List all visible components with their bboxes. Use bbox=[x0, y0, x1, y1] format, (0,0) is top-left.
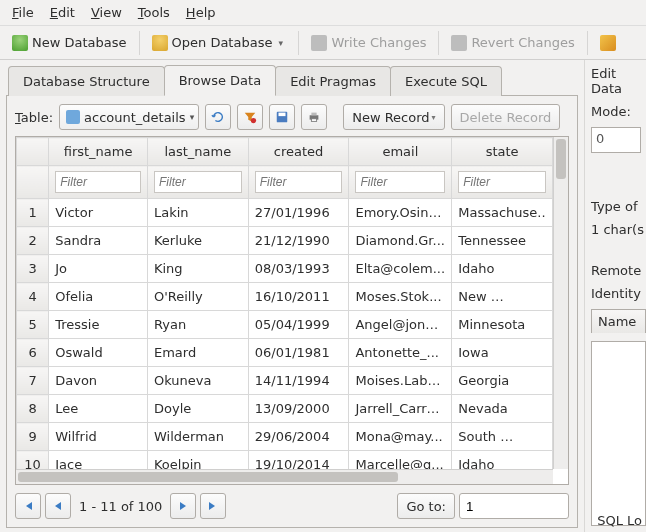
col-first-name[interactable]: first_name bbox=[49, 138, 148, 166]
menu-help[interactable]: Help bbox=[178, 2, 224, 23]
next-page-button[interactable] bbox=[170, 493, 196, 519]
goto-input[interactable] bbox=[459, 493, 569, 519]
col-email[interactable]: email bbox=[349, 138, 452, 166]
cell-first-name[interactable]: Jo bbox=[49, 255, 148, 283]
goto-button[interactable]: Go to: bbox=[397, 493, 455, 519]
vertical-scrollbar[interactable] bbox=[553, 137, 568, 469]
row-header[interactable]: 2 bbox=[17, 227, 49, 255]
tab-structure[interactable]: Database Structure bbox=[8, 66, 165, 96]
cell-created[interactable]: 13/09/2000 bbox=[248, 395, 349, 423]
table-selector[interactable]: account_details ▾ bbox=[59, 104, 199, 130]
cell-first-name[interactable]: Victor bbox=[49, 199, 148, 227]
cell-last-name[interactable]: O'Reilly bbox=[147, 283, 248, 311]
cell-created[interactable]: 19/10/2014 bbox=[248, 451, 349, 470]
menu-view[interactable]: View bbox=[83, 2, 130, 23]
menu-tools[interactable]: Tools bbox=[130, 2, 178, 23]
filter-created[interactable] bbox=[255, 171, 343, 193]
cell-created[interactable]: 21/12/1990 bbox=[248, 227, 349, 255]
last-page-button[interactable] bbox=[200, 493, 226, 519]
menu-edit[interactable]: Edit bbox=[42, 2, 83, 23]
cell-last-name[interactable]: King bbox=[147, 255, 248, 283]
cell-email[interactable]: Diamond.Gr... bbox=[349, 227, 452, 255]
filter-last-name[interactable] bbox=[154, 171, 242, 193]
cell-state[interactable]: Tennessee bbox=[452, 227, 553, 255]
cell-email[interactable]: Angel@jona... bbox=[349, 311, 452, 339]
cell-state[interactable]: Iowa bbox=[452, 339, 553, 367]
mode-value-box[interactable]: 0 bbox=[591, 127, 641, 153]
row-header[interactable]: 6 bbox=[17, 339, 49, 367]
cell-first-name[interactable]: Tressie bbox=[49, 311, 148, 339]
print-button[interactable] bbox=[301, 104, 327, 130]
tab-sql[interactable]: Execute SQL bbox=[390, 66, 502, 96]
row-header[interactable]: 3 bbox=[17, 255, 49, 283]
cell-first-name[interactable]: Oswald bbox=[49, 339, 148, 367]
row-header[interactable]: 10 bbox=[17, 451, 49, 470]
cell-created[interactable]: 14/11/1994 bbox=[248, 367, 349, 395]
cell-email[interactable]: Moses.Stok... bbox=[349, 283, 452, 311]
menu-file[interactable]: File bbox=[4, 2, 42, 23]
cell-state[interactable]: Georgia bbox=[452, 367, 553, 395]
row-header[interactable]: 4 bbox=[17, 283, 49, 311]
cell-created[interactable]: 29/06/2004 bbox=[248, 423, 349, 451]
table-row[interactable]: 7DavonOkuneva14/11/1994Moises.Laba...Geo… bbox=[17, 367, 553, 395]
table-row[interactable]: 4OfeliaO'Reilly16/10/2011Moses.Stok...Ne… bbox=[17, 283, 553, 311]
row-header[interactable]: 9 bbox=[17, 423, 49, 451]
open-database-button[interactable]: Open Database ▾ bbox=[146, 31, 293, 55]
cell-last-name[interactable]: Ryan bbox=[147, 311, 248, 339]
table-row[interactable]: 9WilfridWilderman29/06/2004Mona@may...So… bbox=[17, 423, 553, 451]
cell-last-name[interactable]: Okuneva bbox=[147, 367, 248, 395]
remote-list[interactable] bbox=[591, 341, 646, 526]
refresh-button[interactable] bbox=[205, 104, 231, 130]
cell-last-name[interactable]: Koelpin bbox=[147, 451, 248, 470]
cell-state[interactable]: Idaho bbox=[452, 255, 553, 283]
save-table-button[interactable] bbox=[269, 104, 295, 130]
tab-browse[interactable]: Browse Data bbox=[164, 65, 277, 96]
row-header[interactable]: 8 bbox=[17, 395, 49, 423]
filter-state[interactable] bbox=[458, 171, 546, 193]
clear-filters-button[interactable] bbox=[237, 104, 263, 130]
cell-email[interactable]: Marcelle@q... bbox=[349, 451, 452, 470]
cell-email[interactable]: Jarrell_Carro... bbox=[349, 395, 452, 423]
cell-state[interactable]: South … bbox=[452, 423, 553, 451]
tab-pragmas[interactable]: Edit Pragmas bbox=[275, 66, 391, 96]
filter-email[interactable] bbox=[355, 171, 445, 193]
col-last-name[interactable]: last_name bbox=[147, 138, 248, 166]
prev-page-button[interactable] bbox=[45, 493, 71, 519]
cell-last-name[interactable]: Kerluke bbox=[147, 227, 248, 255]
row-header[interactable]: 7 bbox=[17, 367, 49, 395]
cell-created[interactable]: 06/01/1981 bbox=[248, 339, 349, 367]
table-row[interactable]: 3JoKing08/03/1993Elta@colem...Idaho bbox=[17, 255, 553, 283]
cell-first-name[interactable]: Sandra bbox=[49, 227, 148, 255]
cell-first-name[interactable]: Davon bbox=[49, 367, 148, 395]
table-row[interactable]: 8LeeDoyle13/09/2000Jarrell_Carro...Nevad… bbox=[17, 395, 553, 423]
cell-created[interactable]: 16/10/2011 bbox=[248, 283, 349, 311]
cell-email[interactable]: Elta@colem... bbox=[349, 255, 452, 283]
cell-last-name[interactable]: Doyle bbox=[147, 395, 248, 423]
cell-state[interactable]: New … bbox=[452, 283, 553, 311]
cell-state[interactable]: Minnesota bbox=[452, 311, 553, 339]
cell-last-name[interactable]: Lakin bbox=[147, 199, 248, 227]
col-created[interactable]: created bbox=[248, 138, 349, 166]
table-row[interactable]: 5TressieRyan05/04/1999Angel@jona...Minne… bbox=[17, 311, 553, 339]
cell-created[interactable]: 05/04/1999 bbox=[248, 311, 349, 339]
table-row[interactable]: 1VictorLakin27/01/1996Emory.Osins...Mass… bbox=[17, 199, 553, 227]
cell-first-name[interactable]: Jace bbox=[49, 451, 148, 470]
cell-state[interactable]: Massachuse.. bbox=[452, 199, 553, 227]
cell-email[interactable]: Mona@may... bbox=[349, 423, 452, 451]
cell-email[interactable]: Emory.Osins... bbox=[349, 199, 452, 227]
dropdown-icon[interactable]: ▾ bbox=[278, 38, 286, 48]
horizontal-scrollbar[interactable] bbox=[16, 469, 553, 484]
row-header[interactable]: 5 bbox=[17, 311, 49, 339]
filter-first-name[interactable] bbox=[55, 171, 141, 193]
cell-last-name[interactable]: Wilderman bbox=[147, 423, 248, 451]
table-row[interactable]: 6OswaldEmard06/01/1981Antonette_...Iowa bbox=[17, 339, 553, 367]
chevron-down-icon[interactable]: ▾ bbox=[432, 113, 436, 122]
table-row[interactable]: 10JaceKoelpin19/10/2014Marcelle@q...Idah… bbox=[17, 451, 553, 470]
first-page-button[interactable] bbox=[15, 493, 41, 519]
cell-email[interactable]: Antonette_... bbox=[349, 339, 452, 367]
cell-first-name[interactable]: Wilfrid bbox=[49, 423, 148, 451]
cell-state[interactable]: Idaho bbox=[452, 451, 553, 470]
cell-state[interactable]: Nevada bbox=[452, 395, 553, 423]
cell-first-name[interactable]: Lee bbox=[49, 395, 148, 423]
attach-button[interactable] bbox=[594, 31, 622, 55]
